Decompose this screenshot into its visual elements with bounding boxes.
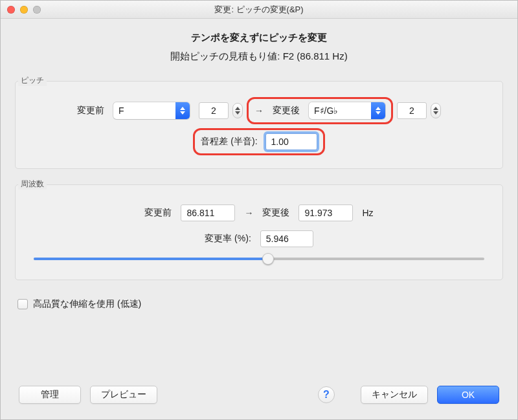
hq-checkbox-label: 高品質な伸縮を使用 (低速) (33, 298, 141, 310)
pitch-to-highlight: → 変更後 F♯/G♭ (252, 101, 388, 120)
pitch-group: ピッチ 変更前 F 2 → 変更後 (15, 81, 503, 169)
manage-button[interactable]: 管理 (19, 386, 81, 404)
dialog-heading: テンポを変えずにピッチを変更 (15, 32, 503, 44)
dialog-footer: 管理 プレビュー ? キャンセル OK (15, 379, 503, 409)
dialog-body: テンポを変えずにピッチを変更 開始ピッチの見積もり値: F2 (86.811 H… (1, 19, 517, 419)
stepper-icon[interactable] (232, 103, 243, 118)
percent-row: 変更率 (%): 5.946 (30, 230, 488, 247)
arrow-right-icon: → (254, 105, 264, 116)
frequency-group-label: 周波数 (18, 179, 47, 190)
semitone-label: 音程差 (半音): (201, 136, 257, 148)
pitch-from-label: 変更前 (77, 105, 104, 116)
percent-slider[interactable] (34, 258, 484, 260)
percent-input[interactable]: 5.946 (260, 230, 313, 247)
slider-fill (34, 258, 268, 260)
slider-thumb-icon[interactable] (262, 253, 274, 265)
arrow-right-icon: → (244, 208, 253, 218)
freq-row: 変更前 86.811 → 変更後 91.973 Hz (30, 204, 488, 221)
stepper-icon[interactable] (431, 103, 441, 118)
pitch-to-label: 変更後 (273, 105, 300, 116)
semitone-input[interactable]: 1.00 (265, 133, 317, 150)
pitch-to-note-select[interactable]: F♯/G♭ (309, 102, 385, 119)
pitch-row: 変更前 F 2 → 変更後 F♯/G♭ (30, 101, 488, 120)
ok-button[interactable]: OK (437, 386, 499, 404)
pitch-to-note-value: F♯/G♭ (309, 102, 371, 119)
dialog-subheading: 開始ピッチの見積もり値: F2 (86.811 Hz) (15, 50, 503, 63)
freq-unit-label: Hz (362, 208, 373, 218)
window-title: 変更: ピッチの変更(&P) (214, 4, 303, 16)
pitch-group-label: ピッチ (18, 75, 47, 86)
close-icon[interactable] (7, 6, 15, 14)
freq-to-label: 変更後 (262, 207, 289, 219)
dialog-window: 変更: ピッチの変更(&P) テンポを変えずにピッチを変更 開始ピッチの見積もり… (0, 0, 518, 420)
hq-checkbox-row[interactable]: 高品質な伸縮を使用 (低速) (17, 298, 501, 310)
freq-to-input[interactable]: 91.973 (298, 204, 353, 221)
preview-button[interactable]: プレビュー (90, 386, 157, 404)
pitch-to-octave-stepper[interactable]: 2 (397, 102, 441, 119)
pitch-to-octave-input[interactable]: 2 (397, 102, 427, 119)
chevron-updown-icon (175, 102, 190, 119)
help-button[interactable]: ? (318, 386, 335, 403)
frequency-group: 周波数 変更前 86.811 → 変更後 91.973 Hz 変更率 (%): … (15, 184, 503, 280)
pitch-from-octave-input[interactable]: 2 (199, 102, 229, 119)
slider-track (34, 258, 484, 260)
titlebar: 変更: ピッチの変更(&P) (1, 1, 517, 19)
maximize-icon (33, 6, 41, 14)
cancel-button[interactable]: キャンセル (361, 386, 428, 404)
semitone-highlight: 音程差 (半音): 1.00 (198, 132, 319, 151)
window-controls (7, 6, 41, 14)
pitch-from-note-select[interactable]: F (113, 102, 190, 119)
chevron-updown-icon (371, 102, 385, 119)
semitone-row: 音程差 (半音): 1.00 (30, 132, 488, 151)
pitch-from-octave-stepper[interactable]: 2 (199, 102, 243, 119)
freq-from-input[interactable]: 86.811 (181, 204, 235, 221)
hq-checkbox[interactable] (17, 299, 28, 309)
pitch-from-note-value: F (113, 102, 175, 119)
minimize-icon[interactable] (20, 6, 28, 14)
percent-label: 変更率 (%): (205, 233, 251, 245)
freq-from-label: 変更前 (144, 207, 172, 219)
